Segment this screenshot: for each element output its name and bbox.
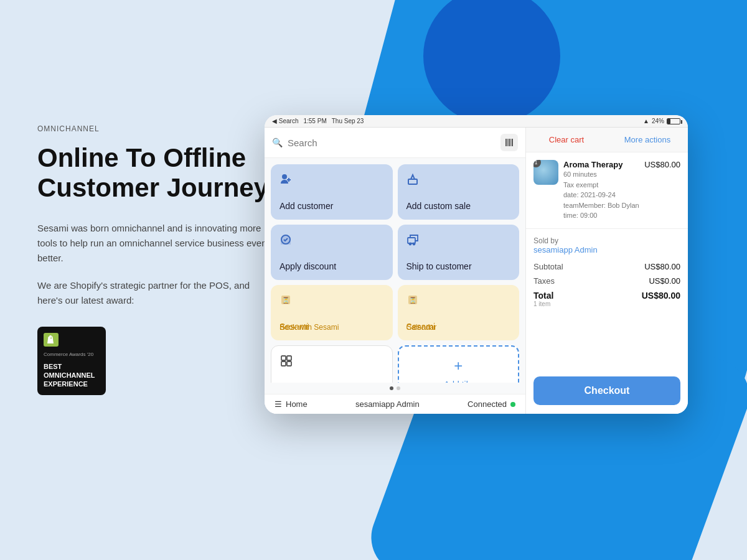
cart-item-details: 60 minutes Tax exempt date: 2021-09-24 t… — [563, 169, 639, 221]
tile-ship-to-customer[interactable]: Ship to customer — [398, 225, 520, 280]
tile-add-custom-sale[interactable]: Add custom sale — [398, 164, 520, 220]
category-label: OMNICHANNEL — [37, 124, 274, 133]
svg-rect-19 — [281, 362, 286, 366]
cart-item-price: US$80.00 — [644, 160, 680, 169]
device-mockup: ◀ Search 1:55 PM Thu Sep 23 ▲ 24% 🔍 — [265, 115, 688, 414]
admin-label: sesamiapp Admin — [355, 399, 420, 409]
search-icon: 🔍 — [272, 138, 283, 147]
sesami-calendar-sublabel: Calendar — [406, 323, 511, 332]
cart-item-image: 1 — [533, 160, 558, 185]
sold-by: Sold by sesamiapp Admin — [533, 236, 680, 254]
connected-status: Connected — [467, 399, 515, 409]
home-nav[interactable]: ☰ Home — [275, 399, 308, 409]
svg-text:⏳: ⏳ — [409, 296, 417, 304]
tile-apply-discount[interactable]: Apply discount — [271, 225, 393, 280]
svg-rect-4 — [512, 139, 513, 146]
subtotal-row: Subtotal US$80.00 — [533, 262, 680, 271]
add-custom-sale-label: Add custom sale — [406, 201, 511, 211]
svg-rect-2 — [509, 139, 510, 146]
cart-panel: Clear cart More actions 1 Aroma Therapy … — [526, 128, 688, 414]
more-actions-button[interactable]: More actions — [607, 128, 688, 152]
tile-sesami-book[interactable]: ⏳ Sesami Book with Sesami — [271, 285, 393, 340]
ship-to-customer-label: Ship to customer — [406, 261, 511, 271]
add-customer-icon — [280, 173, 384, 189]
tiles-grid: Add customer Add custom sale — [271, 164, 519, 383]
svg-point-5 — [282, 174, 287, 179]
svg-rect-20 — [287, 362, 291, 366]
add-custom-sale-icon — [406, 173, 511, 189]
pagination — [265, 383, 525, 394]
svg-rect-1 — [507, 139, 508, 146]
time: 1:55 PM — [303, 118, 326, 124]
cart-item-info: Aroma Therapy 60 minutes Tax exempt date… — [563, 160, 639, 221]
clear-cart-button[interactable]: Clear cart — [526, 128, 607, 152]
svg-text:⏳: ⏳ — [282, 296, 290, 304]
svg-rect-3 — [510, 139, 511, 146]
svg-rect-18 — [287, 356, 291, 360]
description-1: Sesami was born omnichannel and is innov… — [37, 221, 274, 266]
services-icon — [280, 355, 383, 370]
pagination-dot-2[interactable] — [397, 386, 400, 390]
sesami-book-icon: ⏳ — [280, 294, 384, 309]
cart-items: 1 Aroma Therapy 60 minutes Tax exempt da… — [526, 152, 688, 229]
sold-by-label: Sold by — [533, 236, 680, 245]
cart-item: 1 Aroma Therapy 60 minutes Tax exempt da… — [533, 160, 680, 221]
checkout-area: Checkout — [526, 370, 688, 414]
wifi-icon: ▲ — [643, 118, 649, 124]
svg-point-12 — [413, 243, 415, 245]
tile-sesami-calendar[interactable]: ⏳ Sesami Calendar — [398, 285, 520, 340]
award-badge: Commerce Awards '20 BEST OMNICHANNEL EXP… — [37, 327, 106, 395]
award-text: BEST OMNICHANNEL EXPERIENCE — [44, 362, 95, 389]
total-row: Total 1 item US$80.00 — [533, 291, 680, 307]
tile-add-tile[interactable]: + Add tile — [398, 345, 520, 383]
barcode-icon[interactable] — [500, 134, 518, 151]
tile-services[interactable]: Services 3 products — [271, 345, 393, 383]
add-tile-icon: + — [454, 357, 463, 375]
svg-rect-17 — [281, 356, 286, 360]
cart-item-name: Aroma Therapy — [563, 160, 639, 169]
sesami-calendar-icon: ⏳ — [406, 294, 511, 309]
ship-to-customer-icon — [406, 233, 511, 249]
tile-add-customer[interactable]: Add customer — [271, 164, 393, 220]
cart-totals: Sold by sesamiapp Admin Subtotal US$80.0… — [526, 229, 688, 371]
main-title: Online To Offline Customer Journey — [37, 143, 274, 203]
award-subtitle: Commerce Awards '20 — [44, 352, 93, 358]
shopify-icon — [44, 333, 59, 347]
main-panel: 🔍 Ad — [265, 128, 526, 414]
status-bar: ◀ Search 1:55 PM Thu Sep 23 ▲ 24% — [265, 115, 688, 128]
svg-rect-0 — [505, 139, 507, 146]
menu-icon: ☰ — [275, 399, 282, 409]
apply-discount-icon — [280, 233, 384, 249]
tiles-area: Add customer Add custom sale — [265, 158, 525, 383]
back-label[interactable]: ◀ Search — [272, 118, 298, 124]
pagination-dot-1[interactable] — [390, 386, 393, 390]
svg-rect-8 — [408, 179, 417, 184]
apply-discount-label: Apply discount — [280, 261, 384, 271]
search-input[interactable] — [288, 138, 496, 148]
checkout-button[interactable]: Checkout — [533, 376, 680, 405]
bottom-nav: ☰ Home sesamiapp Admin Connected — [265, 394, 525, 414]
add-customer-label: Add customer — [280, 201, 384, 211]
date: Thu Sep 23 — [332, 118, 364, 124]
battery-icon — [667, 118, 680, 124]
sesami-book-sublabel: Book with Sesami — [280, 323, 384, 332]
battery-percent: 24% — [652, 118, 664, 124]
description-2: We are Shopify's strategic partner for t… — [37, 278, 274, 308]
search-bar: 🔍 — [265, 128, 525, 158]
sold-by-name[interactable]: sesamiapp Admin — [533, 245, 680, 254]
svg-point-11 — [409, 243, 411, 245]
cart-header: Clear cart More actions — [526, 128, 688, 152]
connected-dot — [510, 402, 515, 407]
app-body: 🔍 Ad — [265, 128, 688, 414]
left-content: OMNICHANNEL Online To Offline Customer J… — [37, 124, 274, 395]
taxes-row: Taxes US$0.00 — [533, 276, 680, 286]
